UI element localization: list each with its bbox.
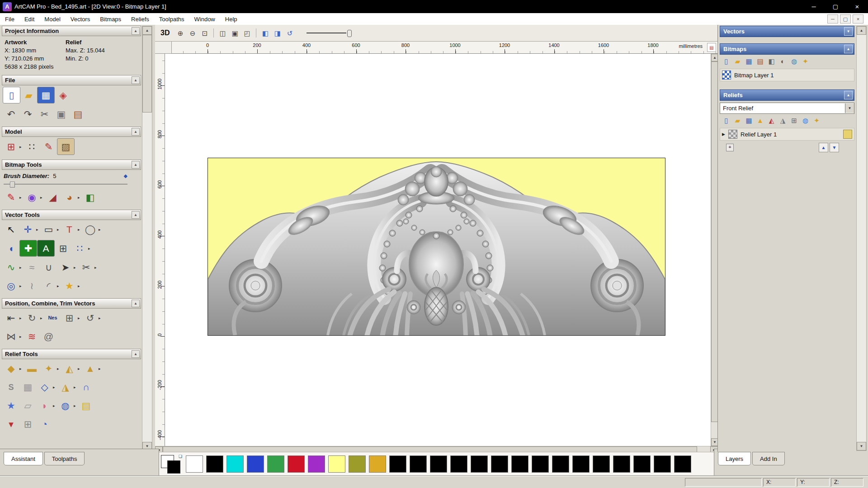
palette-swatch-11[interactable] xyxy=(410,455,427,473)
redo-icon[interactable]: ↷ xyxy=(19,106,36,122)
switch-to-3d-view-button[interactable]: 3D xyxy=(160,29,170,37)
menu-window[interactable]: Window xyxy=(189,13,220,25)
flood-fill-icon[interactable]: ◧ xyxy=(82,189,99,205)
circular-array-icon-flyout[interactable]: ▸ xyxy=(40,316,44,320)
raise-relief-icon-flyout[interactable]: ▸ xyxy=(99,366,103,371)
file-section-collapse-button[interactable]: ▲ xyxy=(132,76,140,84)
add-relief-layer-button[interactable]: + xyxy=(726,144,734,151)
copy-rotate-icon-flyout[interactable]: ▸ xyxy=(99,316,103,320)
palette-swatch-22[interactable] xyxy=(633,455,651,473)
palette-swatch-24[interactable] xyxy=(674,455,691,473)
palette-swatch-12[interactable] xyxy=(430,455,447,473)
fan-relief-icon-flyout[interactable]: ▸ xyxy=(53,404,57,408)
relief-layer-row[interactable]: ▶ Relief Layer 1 xyxy=(720,128,854,141)
sculpt-relief-icon-flyout[interactable]: ▸ xyxy=(57,366,61,371)
node-editing-icon[interactable]: ✚ xyxy=(19,240,37,257)
envelope-distort-icon[interactable]: ▱ xyxy=(19,398,36,413)
undo-icon[interactable]: ↶ xyxy=(3,106,19,122)
vector-grid-icon[interactable]: ⊞ xyxy=(55,240,71,256)
paste-relief-icon-flyout[interactable]: ▸ xyxy=(78,366,82,371)
menu-model[interactable]: Model xyxy=(39,13,65,25)
menu-bitmaps[interactable]: Bitmaps xyxy=(95,13,126,25)
align-vectors-icon-flyout[interactable]: ▸ xyxy=(19,316,24,320)
layers-panel-scrollbar[interactable]: ▲ ▼ xyxy=(856,26,867,451)
canvas-horizontal-scrollbar[interactable]: ◄ ► xyxy=(155,446,718,452)
lighting-material-icon[interactable]: ▨ xyxy=(57,138,75,155)
transform-vectors-icon[interactable]: ✛ xyxy=(19,221,36,237)
palette-icon-flyout[interactable]: ▸ xyxy=(78,195,82,200)
secondary-colour-swatch[interactable] xyxy=(167,460,180,474)
tab-assistant[interactable]: Assistant xyxy=(4,452,43,465)
zoom-in-icon[interactable]: ⊕ xyxy=(175,28,186,38)
create-circle-icon-flyout[interactable]: ▸ xyxy=(19,284,24,288)
shape-editor-icon-flyout[interactable]: ▸ xyxy=(19,366,24,371)
pick-colour-icon[interactable]: ◢ xyxy=(44,189,61,205)
colour-blend-icon-flyout[interactable]: ▸ xyxy=(40,195,44,200)
ruler-options-icon[interactable]: ▤ xyxy=(707,43,716,52)
palette-swatch-1[interactable] xyxy=(206,455,223,473)
palette-swatch-2[interactable] xyxy=(226,455,244,473)
zero-relief-icon[interactable]: ▾ xyxy=(3,416,19,432)
palette-swatch-15[interactable] xyxy=(491,455,508,473)
edit-curve-icon[interactable]: ∪ xyxy=(40,259,57,275)
palette-swatch-7[interactable] xyxy=(328,455,345,473)
zoom-box-icon[interactable]: ⊡ xyxy=(199,28,210,38)
smooth-relief-icon[interactable]: ▬ xyxy=(24,361,40,376)
create-text-icon-flyout[interactable]: ▸ xyxy=(78,227,82,232)
move-layer-down-icon[interactable]: ▼ xyxy=(830,143,839,152)
palette-swatch-3[interactable] xyxy=(247,455,264,473)
palette-swatch-5[interactable] xyxy=(288,455,305,473)
zoom-1to1-icon[interactable]: ◫ xyxy=(217,28,228,38)
bitmap-to-vector-icon-flyout[interactable]: ▸ xyxy=(19,265,24,270)
palette-swatch-13[interactable] xyxy=(450,455,467,473)
menu-edit[interactable]: Edit xyxy=(19,13,39,25)
mirror-vectors-icon-flyout[interactable]: ▸ xyxy=(19,334,24,339)
palette-swatch-20[interactable] xyxy=(593,455,610,473)
palette-swatch-10[interactable] xyxy=(389,455,406,473)
palette-swatch-8[interactable] xyxy=(349,455,366,473)
clipart-library-icon[interactable]: ◈ xyxy=(55,87,71,103)
canvas-vertical-scrollbar[interactable]: ▲ ▼ xyxy=(711,54,718,446)
set-position-icon[interactable]: ∷ xyxy=(24,139,40,155)
notes-icon[interactable]: ✎ xyxy=(40,139,57,155)
tab-layers[interactable]: Layers xyxy=(718,452,751,465)
turn-relief-icon-flyout[interactable]: ▸ xyxy=(74,385,78,389)
palette-swatch-16[interactable] xyxy=(511,455,528,473)
palette-icon[interactable]: ◕ xyxy=(61,189,78,205)
paste-icon[interactable]: ▤ xyxy=(70,106,86,122)
palette-swatch-6[interactable] xyxy=(308,455,325,473)
spiral-icon[interactable]: @ xyxy=(40,328,57,344)
text-on-curve-icon[interactable]: A xyxy=(37,240,55,257)
new-relief-layer-icon[interactable]: ✦ xyxy=(811,115,822,126)
2d-view-canvas[interactable] xyxy=(165,54,711,446)
palette-swatch-21[interactable] xyxy=(613,455,630,473)
zoom-out-icon[interactable]: ⊖ xyxy=(187,28,198,38)
copy-icon[interactable]: ▣ xyxy=(53,106,70,122)
open-bitmap-icon[interactable]: ▰ xyxy=(732,56,743,66)
star-relief-icon[interactable]: ★ xyxy=(3,398,19,413)
mdi-close-button[interactable]: × xyxy=(853,14,863,23)
brush-diameter-slider[interactable] xyxy=(4,181,127,187)
menu-reliefs[interactable]: Reliefs xyxy=(126,13,154,25)
vectors-section-expand-button[interactable]: ▼ xyxy=(844,27,853,36)
save-relief-icon[interactable]: ▦ xyxy=(743,115,755,126)
colour-selector-chip[interactable]: ❏ xyxy=(160,454,183,474)
reliefs-section-collapse-button[interactable]: ▲ xyxy=(844,91,853,99)
bitmap-layer-row[interactable]: Bitmap Layer 1 xyxy=(720,69,854,81)
smooth-vector-icon[interactable]: ≈ xyxy=(24,259,40,275)
relief-clipart-icon[interactable]: ⊞ xyxy=(19,416,36,432)
create-circle-icon[interactable]: ◎ xyxy=(3,278,19,294)
block-copy-icon[interactable]: ⊞ xyxy=(61,310,78,326)
line-width-slider[interactable] xyxy=(307,29,352,37)
vector-tools-collapse-button[interactable]: ▲ xyxy=(132,211,140,219)
create-star-icon-flyout[interactable]: ▸ xyxy=(78,284,82,288)
cut-icon[interactable]: ✂ xyxy=(36,106,53,122)
palette-swatch-18[interactable] xyxy=(552,455,569,473)
relief-select-combo[interactable]: Front Relief ▼ xyxy=(720,103,854,114)
nesting-icon[interactable]: Nes xyxy=(44,310,61,326)
offset-vector-icon[interactable]: ◖ xyxy=(3,240,19,256)
two-rail-sweep-icon[interactable]: ◇ xyxy=(36,379,53,395)
create-ellipse-icon-flyout[interactable]: ▸ xyxy=(99,227,103,232)
palette-swatch-0[interactable] xyxy=(186,455,203,473)
relief-layer-visibility-icon[interactable] xyxy=(843,130,852,139)
